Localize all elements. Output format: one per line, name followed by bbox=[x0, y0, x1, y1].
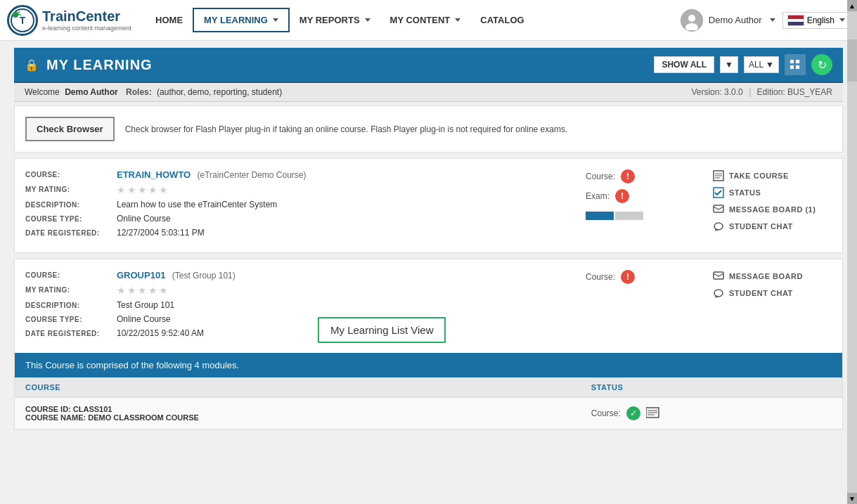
course-subtitle-2: (Test Group 101) bbox=[172, 271, 236, 280]
course-name-field: COURSE: ETRAIN_HOWTO (eTrainCenter Demo … bbox=[25, 169, 579, 180]
date-value-1: 12/27/2004 5:03:11 PM bbox=[117, 228, 205, 238]
status-label: STATUS bbox=[729, 188, 761, 197]
course-label-1: COURSE: bbox=[25, 169, 117, 179]
roles-label: Roles: bbox=[126, 87, 152, 97]
take-course-action[interactable]: TAKE COURSE bbox=[712, 169, 825, 182]
student-chat-action[interactable]: STUDENT CHAT bbox=[712, 220, 825, 233]
svg-text:T: T bbox=[20, 15, 26, 26]
description-value-1: Learn how to use the eTrainCenter System bbox=[117, 200, 277, 209]
course-info-2: COURSE: GROUP101 (Test Group 101) MY RAT… bbox=[25, 270, 579, 342]
course-status-2: Course: ! bbox=[579, 270, 705, 342]
exam-status-label-1: Exam: bbox=[586, 191, 610, 201]
rating-field-2: MY RATING: ★ ★ ★ ★ ★ bbox=[25, 285, 579, 296]
type-value-1: Online Course bbox=[117, 214, 171, 224]
date-field-1: DATE REGISTERED: 12/27/2004 5:03:11 PM bbox=[25, 228, 579, 238]
stars-2[interactable]: ★ ★ ★ ★ ★ bbox=[117, 285, 168, 296]
welcome-text: Welcome bbox=[25, 87, 60, 97]
learning-title-text: MY LEARNING bbox=[46, 57, 153, 73]
learning-header: 🔒 MY LEARNING SHOW ALL ▼ ALL ▼ bbox=[14, 48, 843, 83]
progress-blue-1 bbox=[586, 212, 614, 220]
modules-col-course: COURSE bbox=[15, 377, 581, 398]
check-browser-button[interactable]: Check Browser bbox=[25, 117, 115, 141]
course-label-2: COURSE: bbox=[25, 270, 117, 279]
course-status-label-2: Course: bbox=[586, 272, 615, 282]
nav-links: HOME MY LEARNING MY REPORTS MY CONTENT C… bbox=[146, 8, 681, 32]
message-board-action-2[interactable]: MESSAGE BOARD bbox=[712, 270, 825, 283]
module-course-name: COURSE NAME: DEMO CLASSROOM COURSE bbox=[25, 413, 570, 422]
course-status-1: Course: ! Exam: ! bbox=[579, 169, 705, 242]
welcome-name: Demo Author bbox=[65, 87, 118, 97]
nav-home[interactable]: HOME bbox=[146, 9, 193, 31]
status-action[interactable]: STATUS bbox=[712, 186, 825, 199]
my-learning-dropdown-icon bbox=[273, 18, 278, 22]
star-1[interactable]: ★ bbox=[117, 184, 126, 195]
course-subtitle-1: (eTrainCenter Demo Course) bbox=[198, 170, 307, 180]
course-status-row-1: Course: ! bbox=[586, 169, 698, 183]
message-board-action[interactable]: MESSAGE BOARD (1) bbox=[712, 203, 825, 216]
grid-view-button[interactable] bbox=[785, 54, 806, 75]
module-status-cell: Course: ✓ bbox=[581, 398, 842, 429]
refresh-button[interactable]: ↻ bbox=[811, 54, 832, 75]
star-3[interactable]: ★ bbox=[138, 184, 147, 195]
star-2-5[interactable]: ★ bbox=[159, 285, 168, 296]
scrollbar[interactable]: ▲ ▼ bbox=[847, 0, 857, 437]
student-chat-label: STUDENT CHAT bbox=[729, 222, 793, 231]
module-details-icon[interactable] bbox=[646, 407, 660, 420]
nav-my-learning[interactable]: MY LEARNING bbox=[193, 8, 290, 32]
refresh-icon: ↻ bbox=[818, 58, 827, 72]
student-chat-action-2[interactable]: STUDENT CHAT bbox=[712, 287, 825, 299]
rating-label-1: MY RATING: bbox=[25, 184, 117, 193]
progress-gray-1 bbox=[615, 212, 643, 220]
stars-1[interactable]: ★ ★ ★ ★ ★ bbox=[117, 184, 168, 195]
roles-text: (author, demo, reporting, student) bbox=[157, 87, 282, 97]
date-label-1: DATE REGISTERED: bbox=[25, 228, 117, 237]
message-board-icon-2 bbox=[712, 270, 725, 283]
star-4[interactable]: ★ bbox=[148, 184, 157, 195]
nav-my-content[interactable]: MY CONTENT bbox=[380, 9, 471, 31]
module-row-1: COURSE ID: CLASS101 COURSE NAME: DEMO CL… bbox=[15, 398, 842, 429]
course-status-icon-1: ! bbox=[621, 169, 635, 183]
learning-title: 🔒 MY LEARNING bbox=[25, 57, 153, 73]
course-link-1[interactable]: ETRAIN_HOWTO bbox=[117, 169, 191, 180]
flag-icon bbox=[787, 15, 804, 26]
language-selector[interactable]: English bbox=[782, 12, 850, 29]
user-menu[interactable]: Demo Author bbox=[681, 9, 775, 32]
show-all-dropdown[interactable]: ▼ bbox=[720, 56, 738, 73]
user-dropdown-icon bbox=[770, 18, 775, 22]
svg-rect-13 bbox=[714, 205, 723, 212]
lock-icon: 🔒 bbox=[25, 58, 39, 72]
star-2-2[interactable]: ★ bbox=[127, 285, 136, 296]
course-name-field-2: COURSE: GROUP101 (Test Group 101) bbox=[25, 270, 579, 280]
nav-catalog[interactable]: CATALOG bbox=[470, 9, 534, 31]
star-2[interactable]: ★ bbox=[127, 184, 136, 195]
message-board-label-2: MESSAGE BOARD bbox=[729, 272, 803, 280]
type-field-1: COURSE TYPE: Online Course bbox=[25, 214, 579, 224]
star-2-4[interactable]: ★ bbox=[148, 285, 157, 296]
user-name: Demo Author bbox=[709, 15, 762, 25]
course-main-1: COURSE: ETRAIN_HOWTO (eTrainCenter Demo … bbox=[15, 159, 842, 252]
star-2-3[interactable]: ★ bbox=[138, 285, 147, 296]
show-all-button[interactable]: SHOW ALL bbox=[654, 56, 714, 73]
star-5[interactable]: ★ bbox=[159, 184, 168, 195]
logo-subtitle: e-learning content management bbox=[42, 25, 131, 32]
nav-my-reports[interactable]: MY REPORTS bbox=[290, 9, 380, 31]
logo[interactable]: T TrainCenter e-learning content managem… bbox=[7, 5, 131, 36]
grid-icon bbox=[790, 60, 800, 70]
all-filter-dropdown[interactable]: ALL ▼ bbox=[744, 56, 779, 73]
logo-icon: T bbox=[7, 5, 38, 36]
course-card-2: COURSE: GROUP101 (Test Group 101) MY RAT… bbox=[14, 259, 843, 430]
description-label-1: DESCRIPTION: bbox=[25, 200, 117, 209]
date-field-2: DATE REGISTERED: 10/22/2015 9:52:40 AM bbox=[25, 328, 579, 338]
course-link-2[interactable]: GROUP101 bbox=[117, 270, 165, 280]
progress-bar-1 bbox=[586, 212, 698, 220]
description-value-2: Test Group 101 bbox=[117, 300, 174, 310]
top-navigation: T TrainCenter e-learning content managem… bbox=[0, 0, 857, 41]
main-content: 🔒 MY LEARNING SHOW ALL ▼ ALL ▼ bbox=[0, 41, 857, 437]
student-chat-label-2: STUDENT CHAT bbox=[729, 289, 793, 297]
svg-rect-15 bbox=[714, 272, 723, 279]
module-status-icon: ✓ bbox=[626, 406, 640, 420]
logo-name: TrainCenter bbox=[42, 8, 131, 25]
language-label: English bbox=[807, 15, 835, 25]
message-board-icon bbox=[712, 203, 725, 216]
star-2-1[interactable]: ★ bbox=[117, 285, 126, 296]
